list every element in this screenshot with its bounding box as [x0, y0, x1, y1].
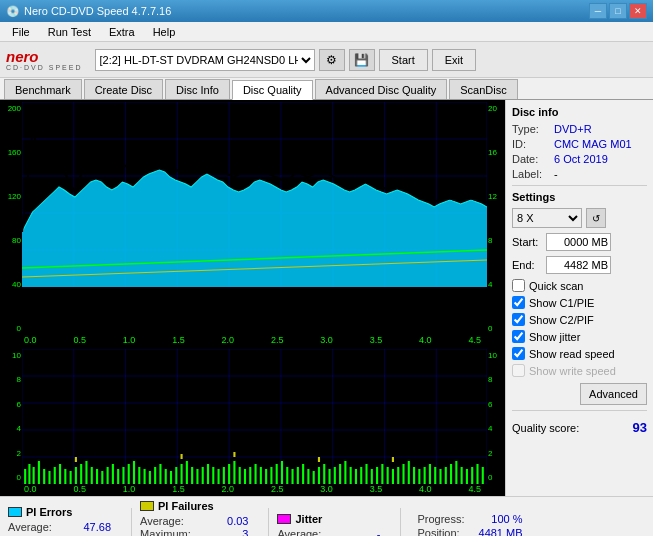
svg-rect-49 — [85, 461, 87, 484]
pi-failures-max-label: Maximum: — [140, 528, 191, 537]
y-right-16: 16 — [488, 148, 502, 157]
type-label: Type: — [512, 123, 550, 135]
minimize-button[interactable]: ─ — [589, 3, 607, 19]
exit-button[interactable]: Exit — [432, 49, 476, 71]
svg-rect-87 — [286, 467, 288, 484]
tab-disc-quality[interactable]: Disc Quality — [232, 80, 313, 100]
drive-selector[interactable]: [2:2] HL-DT-ST DVDRAM GH24NSD0 LH00 — [95, 49, 315, 71]
c2pif-checkbox[interactable] — [512, 313, 525, 326]
svg-rect-83 — [265, 469, 267, 484]
svg-rect-101 — [360, 467, 362, 484]
end-field[interactable] — [546, 256, 611, 274]
write-speed-checkbox[interactable] — [512, 364, 525, 377]
date-value: 6 Oct 2019 — [554, 153, 608, 165]
date-label: Date: — [512, 153, 550, 165]
tab-benchmark[interactable]: Benchmark — [4, 79, 82, 99]
progress-label: Progress: — [417, 513, 464, 525]
y-left-160: 160 — [3, 148, 21, 157]
svg-rect-75 — [223, 467, 225, 484]
y-left-120: 120 — [3, 192, 21, 201]
svg-rect-70 — [196, 469, 198, 484]
svg-rect-64 — [165, 469, 167, 484]
svg-rect-116 — [439, 469, 441, 484]
svg-rect-57 — [128, 464, 130, 484]
start-button[interactable]: Start — [379, 49, 428, 71]
svg-rect-126 — [181, 454, 183, 459]
c1pie-label: Show C1/PIE — [529, 297, 594, 309]
write-speed-row: Show write speed — [512, 364, 647, 377]
jitter-legend-label: Jitter — [295, 513, 322, 525]
svg-rect-128 — [318, 457, 320, 462]
menu-extra[interactable]: Extra — [101, 24, 143, 40]
speed-select[interactable]: 8 X — [512, 208, 582, 228]
svg-rect-68 — [186, 461, 188, 484]
quick-scan-label: Quick scan — [529, 280, 583, 292]
stat-divider-3 — [400, 508, 401, 537]
jitter-checkbox[interactable] — [512, 330, 525, 343]
by-right-8: 8 — [488, 375, 502, 384]
svg-rect-94 — [323, 464, 325, 484]
quality-score-row: Quality score: 93 — [512, 420, 647, 435]
svg-rect-50 — [91, 467, 93, 484]
chart-area: 200 160 120 80 40 0 — [0, 100, 505, 496]
by-left-10: 10 — [3, 351, 21, 360]
pi-errors-avg-label: Average: — [8, 521, 52, 533]
quick-scan-checkbox[interactable] — [512, 279, 525, 292]
stat-divider-2 — [268, 508, 269, 537]
svg-rect-76 — [228, 464, 230, 484]
svg-rect-105 — [381, 464, 383, 484]
svg-rect-52 — [101, 471, 103, 484]
bottom-chart-svg — [22, 349, 487, 484]
close-button[interactable]: ✕ — [629, 3, 647, 19]
app-icon: 💿 — [6, 5, 20, 18]
settings-icon[interactable]: ⚙ — [319, 49, 345, 71]
svg-rect-109 — [402, 464, 404, 484]
svg-rect-78 — [239, 467, 241, 484]
start-field[interactable] — [546, 233, 611, 251]
pi-failures-legend-label: PI Failures — [158, 500, 214, 512]
menu-run-test[interactable]: Run Test — [40, 24, 99, 40]
tab-disc-info[interactable]: Disc Info — [165, 79, 230, 99]
settings-title: Settings — [512, 191, 647, 203]
disc-date-row: Date: 6 Oct 2019 — [512, 153, 647, 165]
advanced-button[interactable]: Advanced — [580, 383, 647, 405]
main-area: 200 160 120 80 40 0 — [0, 100, 653, 496]
menu-help[interactable]: Help — [145, 24, 184, 40]
refresh-icon[interactable]: ↺ — [586, 208, 606, 228]
svg-rect-55 — [117, 469, 119, 484]
jitter-legend: Jitter — [277, 513, 392, 525]
maximize-button[interactable]: □ — [609, 3, 627, 19]
pi-failures-max-value: 3 — [197, 528, 252, 537]
svg-rect-104 — [376, 467, 378, 484]
tab-advanced-disc-quality[interactable]: Advanced Disc Quality — [315, 79, 448, 99]
svg-rect-38 — [28, 464, 30, 484]
svg-rect-122 — [471, 467, 473, 484]
svg-rect-95 — [328, 469, 330, 484]
jitter-group: Jitter Average: - Maximum: - — [277, 513, 392, 537]
c1pie-checkbox[interactable] — [512, 296, 525, 309]
end-field-label: End: — [512, 259, 542, 271]
svg-rect-120 — [461, 467, 463, 484]
toolbar: nero CD·DVD SPEED [2:2] HL-DT-ST DVDRAM … — [0, 42, 653, 78]
svg-rect-108 — [397, 467, 399, 484]
pi-errors-legend: PI Errors — [8, 506, 123, 518]
save-icon[interactable]: 💾 — [349, 49, 375, 71]
tab-create-disc[interactable]: Create Disc — [84, 79, 163, 99]
svg-rect-42 — [48, 471, 50, 484]
tab-scan-disc[interactable]: ScanDisc — [449, 79, 517, 99]
svg-rect-98 — [344, 461, 346, 484]
svg-rect-123 — [476, 464, 478, 484]
start-field-row: Start: — [512, 233, 647, 251]
y-left-80: 80 — [3, 236, 21, 245]
svg-rect-117 — [445, 467, 447, 484]
label-value: - — [554, 168, 558, 180]
menu-file[interactable]: File — [4, 24, 38, 40]
svg-rect-74 — [218, 469, 220, 484]
svg-rect-67 — [181, 464, 183, 484]
progress-group: Progress: 100 % Position: 4481 MB Speed:… — [417, 513, 522, 537]
y-right-12: 12 — [488, 192, 502, 201]
read-speed-checkbox[interactable] — [512, 347, 525, 360]
by-left-8: 8 — [3, 375, 21, 384]
svg-rect-41 — [43, 469, 45, 484]
right-panel: Disc info Type: DVD+R ID: CMC MAG M01 Da… — [505, 100, 653, 496]
